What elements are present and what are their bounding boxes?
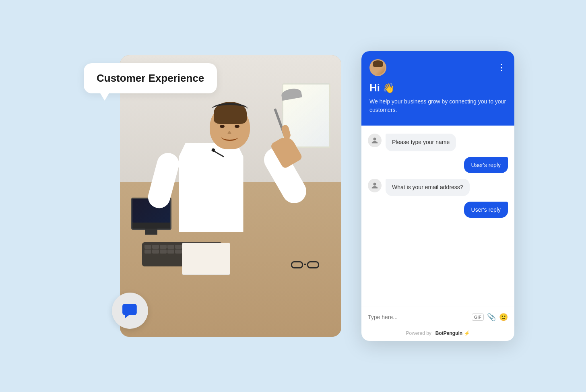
photo-card (120, 55, 341, 337)
key (167, 250, 174, 254)
chat-messages: Please type your name User's reply What … (361, 126, 514, 307)
headset-band (212, 103, 248, 115)
chat-input-row: GIF 📎 🙂 (368, 313, 508, 322)
greeting-line: Hi 👋 (369, 82, 506, 94)
key (167, 245, 174, 249)
key (144, 250, 151, 254)
chat-header-top: ⋮ (369, 59, 506, 76)
key (160, 250, 167, 254)
bot-avatar-small-2 (368, 179, 382, 192)
bot-message-row-1: Please type your name (368, 134, 508, 151)
attachment-icon[interactable]: 📎 (487, 313, 496, 322)
key (160, 245, 167, 249)
key (144, 245, 151, 249)
bot-avatar-hair (373, 60, 383, 67)
chat-widget: ⋮ Hi 👋 We help your business grow by con… (361, 51, 514, 341)
head (210, 105, 250, 149)
powered-by: Powered by BotPenguin ⚡ (361, 327, 514, 341)
chat-header: ⋮ Hi 👋 We help your business grow by con… (361, 51, 514, 126)
more-options-icon[interactable]: ⋮ (497, 62, 506, 73)
bot-avatar-face (371, 60, 385, 75)
person-icon-2 (371, 182, 378, 189)
smile (221, 133, 238, 141)
greeting-subtitle: We help your business grow by connecting… (369, 97, 506, 114)
shirt (179, 143, 243, 232)
emoji-icon[interactable]: 🙂 (499, 313, 508, 322)
bot-avatar-small-1 (368, 134, 382, 147)
bot-avatar (369, 59, 386, 76)
speech-bubble-text: Customer Experience (97, 72, 204, 84)
notepad (182, 243, 230, 275)
powered-by-brand: BotPenguin (435, 330, 462, 336)
user-message-row-2: User's reply (368, 202, 508, 218)
glasses-frame-left (291, 261, 303, 268)
chat-bubble-icon (122, 302, 138, 319)
eye-right (235, 125, 239, 128)
chat-input-area: GIF 📎 🙂 (361, 307, 514, 327)
speech-bubble: Customer Experience (84, 63, 217, 93)
user-bubble-2: User's reply (464, 202, 508, 218)
chat-greeting: Hi 👋 We help your business grow by conne… (369, 82, 506, 114)
bot-bubble-1: Please type your name (386, 134, 456, 151)
user-bubble-1: User's reply (464, 157, 508, 173)
bot-bubble-2: What is your email address? (386, 179, 470, 196)
key (152, 250, 159, 254)
glasses-bridge (304, 264, 306, 265)
photo-placeholder (120, 55, 341, 337)
svg-marker-1 (125, 315, 129, 318)
key (152, 245, 159, 249)
chat-text-input[interactable] (368, 314, 468, 320)
glasses (291, 261, 319, 269)
key (175, 245, 182, 249)
person-icon (371, 137, 378, 144)
main-container: Customer Experience (72, 39, 514, 353)
eye-left (220, 125, 225, 128)
glasses-frame-right (307, 261, 319, 268)
gif-button[interactable]: GIF (472, 314, 484, 321)
greeting-text: Hi (369, 82, 380, 94)
user-message-row-1: User's reply (368, 157, 508, 173)
svg-rect-0 (122, 304, 137, 315)
bot-message-row-2: What is your email address? (368, 179, 508, 196)
key (175, 250, 182, 254)
powered-by-prefix: Powered by (406, 330, 431, 336)
person (153, 105, 282, 258)
face-details (216, 123, 244, 143)
greeting-emoji: 👋 (383, 83, 395, 93)
lightning-icon: ⚡ (464, 330, 470, 336)
input-actions: GIF 📎 🙂 (472, 313, 508, 322)
chat-bubble-icon-container[interactable] (112, 293, 148, 329)
